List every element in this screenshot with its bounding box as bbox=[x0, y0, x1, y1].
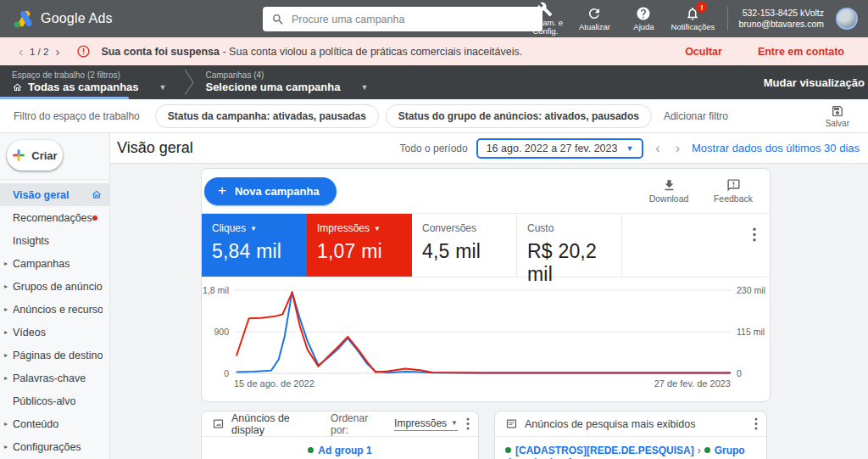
topbar-action-ferram-e-config[interactable]: Ferram. e Config. bbox=[520, 0, 570, 37]
sidebar-item-visao-geral[interactable]: Visão geral bbox=[0, 183, 109, 206]
metric-cliques[interactable]: Cliques▼ 5,84 mil bbox=[202, 214, 307, 277]
navigation-context-bar: Espaço de trabalho (2 filtros) Todas as … bbox=[0, 65, 868, 99]
date-next-icon[interactable]: › bbox=[672, 141, 683, 156]
topbar-actions: RelatóriosFerram. e Config.AtualizarAjud… bbox=[471, 0, 861, 37]
feedback-button[interactable]: Feedback bbox=[709, 178, 758, 204]
contact-us-button[interactable]: Entre em contato bbox=[758, 46, 844, 58]
sidebar-item-videos[interactable]: ▸Vídeos bbox=[0, 321, 109, 344]
metric-label: Impressões bbox=[317, 222, 370, 234]
notification-badge: ! bbox=[696, 2, 707, 13]
metric-value: R$ 20,2 mil bbox=[527, 240, 611, 286]
chevron-down-icon: ▼ bbox=[360, 81, 368, 94]
campaign-link[interactable]: [CADASTROS][REDE.DE.PESQUISA] bbox=[515, 445, 694, 456]
filter-chip-1[interactable]: Status da campanha: ativadas, pausadas bbox=[155, 104, 379, 128]
main-panel: Visão geral Todo o período 16 ago. 2022 … bbox=[110, 133, 868, 459]
sidebar-item-label: Configurações bbox=[13, 441, 81, 453]
account-info[interactable]: 532-153-8425 kVoltz bruno@btavares.com bbox=[738, 8, 824, 30]
metric-impressoes[interactable]: Impressões▼ 1,07 mi bbox=[307, 214, 412, 277]
google-ads-logo-icon bbox=[12, 9, 34, 29]
axis-tick: 900 bbox=[214, 327, 229, 336]
help-icon bbox=[636, 6, 651, 21]
add-filter-button[interactable]: Adicionar filtro bbox=[664, 110, 728, 122]
sidebar-item-campanhas[interactable]: ▸Campanhas bbox=[0, 252, 109, 275]
filter-bar-label: Filtro do espaço de trabalho bbox=[14, 110, 140, 122]
plus-multicolor-icon bbox=[12, 148, 25, 162]
save-button[interactable]: Salvar bbox=[826, 104, 854, 128]
create-button[interactable]: Criar bbox=[7, 140, 63, 171]
axis-tick: 0 bbox=[224, 369, 229, 378]
sidebar-item-label: Anúncios e recursos bbox=[13, 304, 103, 316]
period-label: Todo o período bbox=[400, 143, 468, 154]
campaigns-label: Campanhas (4) bbox=[205, 70, 368, 81]
display-ads-card: Anúncios de display Ordenar por: Impress… bbox=[201, 411, 479, 459]
download-icon bbox=[662, 178, 676, 193]
chevron-down-icon: ▼ bbox=[159, 81, 167, 94]
filter-chip-2[interactable]: Status do grupo de anúncios: ativados, p… bbox=[386, 104, 652, 128]
topbar-action-relatorios[interactable]: Relatórios bbox=[471, 0, 520, 37]
metric-label: Cliques bbox=[212, 222, 246, 234]
suspension-alert-bar: ‹ 1 / 2 › Sua conta foi suspensa - Sua c… bbox=[0, 37, 868, 65]
display-ads-icon bbox=[212, 417, 225, 430]
more-options-icon[interactable] bbox=[753, 227, 756, 242]
expand-arrow-icon: ▸ bbox=[4, 305, 13, 313]
campaign-selector[interactable]: Campanhas (4) Selecione uma campanha ▼ bbox=[203, 70, 368, 94]
show-last-30-days-link[interactable]: Mostrar dados dos últimos 30 dias bbox=[692, 142, 860, 154]
download-button[interactable]: Download bbox=[644, 178, 693, 204]
status-enabled-dot bbox=[505, 447, 511, 453]
date-prev-icon[interactable]: ‹ bbox=[652, 141, 663, 156]
sidebar-item-paginas-de-destino[interactable]: ▸Páginas de destino bbox=[0, 344, 109, 367]
sidebar-item-recomendacoes[interactable]: Recomendações bbox=[0, 206, 109, 229]
workspace-selector[interactable]: Espaço de trabalho (2 filtros) Todas as … bbox=[0, 70, 166, 94]
sidebar-item-anuncios-e-recursos[interactable]: ▸Anúncios e recursos bbox=[0, 298, 109, 321]
more-options-icon[interactable] bbox=[754, 417, 758, 430]
more-options-icon[interactable] bbox=[466, 417, 470, 430]
series-cliques bbox=[236, 292, 731, 372]
status-enabled-dot bbox=[308, 447, 314, 453]
topbar-action-notificacoes[interactable]: Notificações! bbox=[668, 0, 717, 37]
chevron-down-icon: ▼ bbox=[250, 225, 257, 232]
home-icon bbox=[91, 189, 103, 200]
sidebar-item-grupos-de-anuncios[interactable]: ▸Grupos de anúncios bbox=[0, 275, 109, 298]
metric-custo[interactable]: Custo R$ 20,2 mil bbox=[517, 214, 622, 277]
expand-arrow-icon: ▸ bbox=[4, 374, 13, 382]
sidebar-item-conteudo[interactable]: ▸Conteúdo bbox=[0, 412, 109, 435]
reports-icon bbox=[488, 6, 504, 21]
breadcrumb-separator: › bbox=[694, 445, 704, 456]
save-icon bbox=[831, 104, 844, 118]
sidebar-item-publicos-alvo[interactable]: Públicos-alvo bbox=[0, 389, 109, 412]
chevron-down-icon: ▼ bbox=[626, 144, 633, 153]
search-icon bbox=[271, 13, 285, 26]
overview-card: + Nova campanha Download bbox=[201, 168, 771, 402]
feedback-icon bbox=[726, 178, 741, 193]
expand-arrow-icon: ▸ bbox=[4, 283, 13, 290]
metric-conversoes[interactable]: Conversões 4,5 mil bbox=[412, 214, 517, 277]
sort-by-dropdown[interactable]: Impressões▼ bbox=[394, 417, 458, 431]
sidebar-item-palavras-chave[interactable]: ▸Palavras-chave bbox=[0, 367, 109, 389]
chevron-down-icon: ▼ bbox=[451, 419, 458, 427]
date-range-picker[interactable]: 16 ago. 2022 a 27 fev. 2023 ▼ bbox=[476, 138, 644, 159]
expand-arrow-icon: ▸ bbox=[4, 328, 13, 336]
hide-alert-button[interactable]: Ocultar bbox=[685, 46, 722, 58]
search-ads-icon bbox=[505, 417, 518, 430]
sidebar-item-insights[interactable]: Insights bbox=[0, 229, 109, 252]
feedback-label: Feedback bbox=[714, 193, 753, 204]
x-axis-labels: 15 de ago. de 2022 27 de fev. de 2023 bbox=[234, 378, 731, 389]
alert-next-icon[interactable]: › bbox=[50, 44, 64, 59]
avatar[interactable] bbox=[836, 8, 858, 30]
change-view-button[interactable]: Mudar visualização bbox=[764, 76, 868, 89]
chevron-down-icon: ▼ bbox=[374, 225, 381, 232]
alert-prev-icon[interactable]: ‹ bbox=[14, 44, 28, 59]
sidebar-item-label: Campanhas bbox=[13, 258, 70, 270]
page-title: Visão geral bbox=[117, 139, 193, 157]
new-campaign-button[interactable]: + Nova campanha bbox=[204, 177, 337, 205]
google-ads-logo[interactable]: Google Ads bbox=[0, 9, 113, 29]
performance-chart: 09001,8 mil 0115 mil230 mil 15 de ago. d… bbox=[202, 277, 770, 389]
topbar-action-atualizar[interactable]: Atualizar bbox=[570, 0, 619, 37]
alert-message: - Sua conta violou a política de prática… bbox=[220, 46, 522, 58]
sidebar-item-label: Insights bbox=[13, 235, 49, 247]
card-title: Anúncios de pesquisa mais exibidos bbox=[525, 418, 696, 430]
topbar-action-ajuda[interactable]: Ajuda bbox=[619, 0, 668, 37]
ad-group-link[interactable]: Ad group 1 bbox=[318, 445, 371, 456]
x-axis-end-label: 27 de fev. de 2023 bbox=[654, 378, 731, 389]
sidebar-item-configuracoes[interactable]: ▸Configurações bbox=[0, 435, 109, 458]
